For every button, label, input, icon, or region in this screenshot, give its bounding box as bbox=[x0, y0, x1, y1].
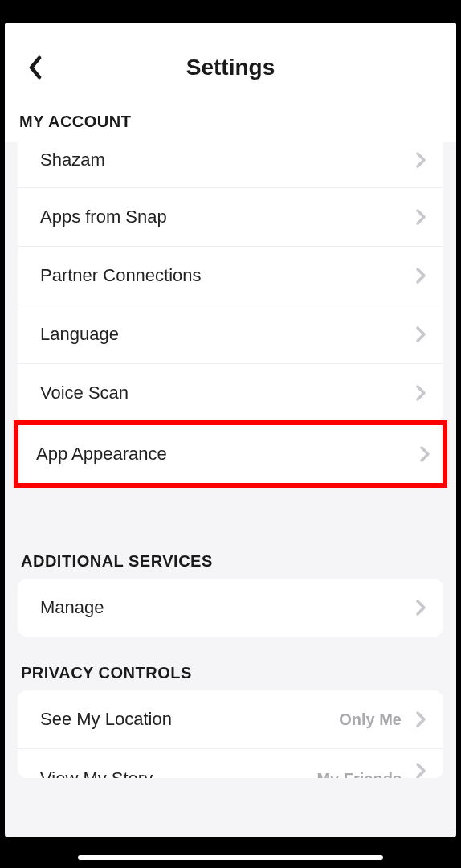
settings-row-shazam[interactable]: Shazam bbox=[18, 142, 443, 188]
chevron-right-icon bbox=[418, 443, 431, 465]
highlight-app-appearance: App Appearance bbox=[14, 420, 447, 488]
row-label: Shazam bbox=[40, 149, 105, 170]
section-header-my-account: MY ACCOUNT bbox=[18, 90, 443, 139]
settings-row-apps-from-snap[interactable]: Apps from Snap bbox=[18, 188, 443, 247]
chevron-right-icon bbox=[414, 708, 427, 731]
chevron-right-icon bbox=[414, 323, 427, 346]
settings-row-language[interactable]: Language bbox=[18, 305, 443, 364]
section-header-privacy-controls: PRIVACY CONTROLS bbox=[5, 637, 456, 690]
settings-row-view-my-story[interactable]: View My Story My Friends bbox=[18, 749, 443, 778]
settings-screen: Settings MY ACCOUNT Shazam Apps from Sna… bbox=[5, 23, 456, 837]
row-label: App Appearance bbox=[36, 444, 167, 465]
chevron-right-icon bbox=[414, 760, 427, 778]
header-top: Settings bbox=[18, 45, 443, 90]
row-value: My Friends bbox=[316, 770, 402, 779]
privacy-controls-list: See My Location Only Me View My Story My… bbox=[18, 690, 443, 778]
chevron-right-icon bbox=[414, 264, 427, 287]
settings-row-see-my-location[interactable]: See My Location Only Me bbox=[18, 690, 443, 749]
chevron-left-icon bbox=[28, 55, 43, 80]
settings-row-partner-connections[interactable]: Partner Connections bbox=[18, 247, 443, 305]
row-label: See My Location bbox=[40, 709, 172, 730]
row-label: Partner Connections bbox=[40, 265, 202, 286]
row-value: Only Me bbox=[339, 710, 402, 729]
chevron-right-icon bbox=[414, 596, 427, 619]
row-right: Only Me bbox=[339, 708, 427, 731]
home-indicator[interactable] bbox=[78, 855, 383, 860]
additional-services-list: Manage bbox=[18, 579, 443, 637]
row-label: Language bbox=[40, 324, 119, 345]
my-account-list: Shazam Apps from Snap Partner Connection… bbox=[18, 142, 443, 422]
settings-row-voice-scan[interactable]: Voice Scan bbox=[18, 364, 443, 422]
page-title: Settings bbox=[186, 55, 275, 80]
row-label: Voice Scan bbox=[40, 383, 129, 403]
row-label: View My Story bbox=[40, 768, 153, 778]
settings-row-manage[interactable]: Manage bbox=[18, 579, 443, 637]
chevron-right-icon bbox=[414, 206, 427, 228]
settings-row-app-appearance[interactable]: App Appearance bbox=[18, 425, 443, 483]
row-label: Manage bbox=[40, 597, 104, 618]
header: Settings MY ACCOUNT bbox=[5, 23, 456, 142]
row-right: My Friends bbox=[316, 760, 427, 778]
chevron-right-icon bbox=[414, 149, 427, 171]
back-button[interactable] bbox=[19, 51, 51, 84]
section-header-additional-services: ADDITIONAL SERVICES bbox=[5, 538, 456, 579]
chevron-right-icon bbox=[414, 382, 427, 404]
spacer bbox=[5, 489, 456, 538]
row-label: Apps from Snap bbox=[40, 207, 167, 227]
